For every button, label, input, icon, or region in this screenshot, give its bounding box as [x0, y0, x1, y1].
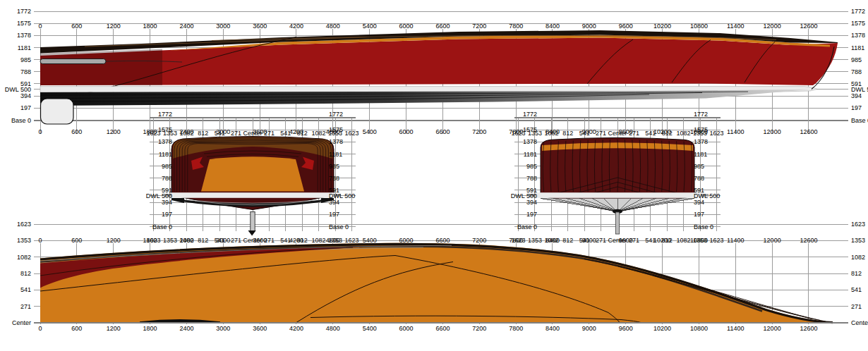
- station-label: 7800: [509, 23, 523, 30]
- station-label: 7800: [509, 325, 523, 332]
- station-label: 6600: [435, 128, 450, 135]
- breadth-label: 1082: [544, 237, 558, 244]
- height-label: 985: [694, 163, 704, 170]
- base-label: Base 0: [329, 223, 349, 230]
- station-label: 6600: [435, 23, 450, 30]
- station-label: 12000: [764, 128, 781, 135]
- station-label: 0: [38, 325, 42, 332]
- station-label: 600: [71, 128, 82, 135]
- height-label: 985: [329, 163, 339, 170]
- breadth-label: 271: [20, 303, 31, 310]
- breadth-label: 541: [579, 237, 590, 244]
- body-plan-fore-view[interactable]: [164, 137, 341, 236]
- breadth-label: 271: [596, 237, 606, 244]
- station-label: 6600: [435, 325, 450, 332]
- breadth-label: 541: [280, 237, 291, 244]
- breadth-label: 1353: [328, 237, 342, 244]
- station-label: 11400: [727, 325, 744, 332]
- station-label: 2400: [179, 23, 193, 30]
- station-label: 600: [71, 237, 82, 244]
- breadth-label: 1623: [512, 237, 526, 244]
- station-label: 1800: [143, 325, 157, 332]
- breadth-label: 271: [596, 130, 606, 137]
- height-label: 1772: [694, 111, 708, 118]
- height-label: 1181: [159, 151, 172, 158]
- breadth-label: 541: [645, 237, 656, 244]
- height-label: 1181: [851, 44, 864, 51]
- dwl-label: DWL 500: [694, 192, 720, 199]
- height-label: 985: [526, 163, 537, 170]
- station-label: 12600: [800, 23, 817, 30]
- dwl-label: DWL 500: [5, 86, 31, 93]
- height-label: 1378: [694, 138, 708, 145]
- station-label: 4200: [289, 325, 303, 332]
- height-label: 1772: [158, 111, 172, 118]
- height-label: 394: [694, 199, 704, 206]
- breadth-label: 1082: [677, 130, 691, 137]
- dwl-label: DWL 500: [851, 86, 868, 93]
- dwl-label: DWL 500: [511, 192, 537, 199]
- plan-view[interactable]: [34, 243, 848, 323]
- hull-shape: [535, 192, 704, 198]
- center-label: Center: [243, 237, 262, 244]
- hull-path: [201, 156, 304, 191]
- breadth-label: 812: [20, 270, 31, 277]
- hull-path: [40, 49, 162, 86]
- breadth-label: 1353: [328, 130, 342, 137]
- station-label: 2400: [179, 325, 193, 332]
- breadth-label: 1082: [851, 254, 865, 261]
- station-label: 7200: [472, 325, 486, 332]
- height-label: 1378: [329, 138, 343, 145]
- height-label: 788: [162, 175, 172, 182]
- station-label: 5400: [363, 237, 377, 244]
- station-label: 11400: [727, 128, 744, 135]
- base-label: Base 0: [11, 117, 31, 124]
- center-label: Center: [12, 319, 31, 326]
- station-label: 12000: [764, 237, 781, 244]
- breadth-label: 812: [297, 237, 308, 244]
- height-label: 788: [329, 175, 339, 182]
- breadth-label: 271: [264, 130, 275, 137]
- station-label: 1200: [107, 128, 121, 135]
- height-label: 788: [851, 68, 862, 75]
- base-label: Base 0: [694, 223, 713, 230]
- breadth-label: 1082: [677, 237, 691, 244]
- station-label: 7200: [472, 128, 486, 135]
- breadth-label: 812: [662, 237, 673, 244]
- station-label: 1800: [143, 23, 157, 30]
- height-label: 1378: [17, 32, 31, 39]
- breadth-label: 812: [851, 270, 862, 277]
- station-label: 600: [71, 23, 82, 30]
- height-label: 1772: [329, 111, 343, 118]
- station-label: 3600: [253, 325, 267, 332]
- height-label: 985: [162, 163, 172, 170]
- body-plan-aft-view[interactable]: [529, 137, 709, 234]
- breadth-label: 1353: [528, 130, 542, 137]
- center-label: Center: [851, 319, 868, 326]
- hull-shape: [41, 99, 74, 124]
- station-label: 12600: [800, 128, 817, 135]
- station-label: 5400: [363, 325, 377, 332]
- breadth-label: 812: [662, 130, 673, 137]
- height-label: 1378: [851, 32, 865, 39]
- station-label: 10200: [653, 325, 671, 332]
- height-label: 197: [694, 211, 704, 218]
- breadth-label: 812: [562, 237, 573, 244]
- height-label: 394: [526, 199, 537, 206]
- station-label: 6000: [399, 23, 414, 30]
- station-label: 0: [38, 23, 42, 30]
- breadth-label: 1623: [851, 221, 865, 228]
- hull-shape: [40, 59, 106, 64]
- hull-path: [248, 230, 256, 236]
- breadth-label: 1082: [179, 130, 193, 137]
- height-label: 985: [851, 56, 862, 63]
- height-label: 197: [526, 211, 537, 218]
- linesplan-drawing[interactable]: 1772157513781181985788591394197DWL 500Ba…: [0, 0, 868, 351]
- breadth-label: 1353: [163, 130, 177, 137]
- height-label: 1772: [17, 8, 31, 15]
- station-label: 1200: [107, 23, 121, 30]
- height-label: 197: [162, 211, 172, 218]
- height-label: 394: [162, 199, 172, 206]
- linesplan-canvas[interactable]: 1772157513781181985788591394197DWL 500Ba…: [0, 0, 868, 351]
- station-label: 7200: [472, 23, 486, 30]
